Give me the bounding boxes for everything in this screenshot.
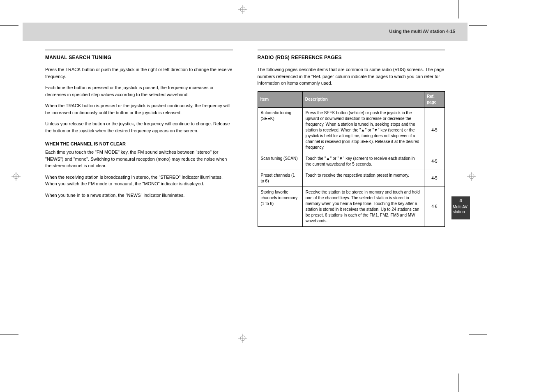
table-cell-page: 4-5 (424, 170, 444, 187)
table-row: Preset channels (1 to 6) Touch to receiv… (258, 170, 445, 187)
table-row: Scan tuning (SCAN) Touch the "▲" or "▼" … (258, 153, 445, 170)
chapter-number: 4 (453, 198, 469, 204)
table-cell-item: Automatic tuning (SEEK) (258, 107, 302, 153)
cropmark (29, 0, 29, 18)
table-header: Ref. page (424, 91, 444, 107)
body-text: Each time you touch the "FM MODE" key, t… (45, 149, 233, 169)
chapter-label: Multi AV station (453, 205, 467, 214)
table-cell-item: Scan tuning (SCAN) (258, 153, 302, 170)
left-column: MANUAL SEARCH TUNING Press the TRACK but… (45, 49, 233, 227)
cropmark (458, 0, 458, 18)
registration-mark-icon (467, 172, 476, 181)
body-text: When the receiving station is broadcasti… (45, 174, 233, 187)
table-row: Automatic tuning (SEEK) Press the SEEK b… (258, 107, 445, 153)
registration-mark-icon (12, 172, 21, 181)
table-cell-page: 4-5 (424, 153, 444, 170)
table-cell-desc: Touch the "▲" or "▼" key (screen) to rec… (302, 153, 424, 170)
section-title: MANUAL SEARCH TUNING (45, 55, 233, 60)
registration-mark-icon (238, 334, 247, 343)
table-header-row: Item Description Ref. page (258, 91, 445, 107)
cropmark (469, 25, 487, 26)
table-cell-item: Storing favorite channels in memory (1 t… (258, 187, 302, 226)
section-title: RADIO (RDS) REFERENCE PAGES (258, 55, 445, 60)
table-cell-desc: Touch to receive the respective station … (302, 170, 424, 187)
body-text: When the TRACK button is pressed or the … (45, 102, 233, 116)
body-text: Unless you release the button or the joy… (45, 120, 233, 134)
body-text: When you tune in to a news station, the … (45, 192, 233, 199)
table-cell-item: Preset channels (1 to 6) (258, 170, 302, 187)
table-header: Item (258, 91, 302, 107)
right-column: RADIO (RDS) REFERENCE PAGES The followin… (258, 49, 445, 227)
table-header: Description (302, 91, 424, 107)
body-text: The following pages describe items that … (258, 66, 445, 87)
running-head: Using the multi AV station 4-15 (23, 23, 467, 34)
section-rule (45, 49, 233, 51)
cropmark (0, 25, 18, 26)
cropmark (458, 374, 458, 392)
subsection-title: WHEN THE CHANNEL IS NOT CLEAR (45, 141, 233, 146)
chapter-tab: 4 Multi AV station (451, 196, 470, 219)
cropmark (0, 334, 18, 334)
body-text: Press the TRACK button or push the joyst… (45, 66, 233, 80)
section-rule (258, 49, 445, 51)
table-cell-desc: Receive the station to be stored in memo… (302, 187, 424, 226)
reference-table: Item Description Ref. page Automatic tun… (258, 91, 445, 227)
table-cell-page: 4-5 (424, 107, 444, 153)
content-columns: MANUAL SEARCH TUNING Press the TRACK but… (45, 49, 445, 227)
cropmark (29, 374, 29, 392)
header-bar: Using the multi AV station 4-15 (23, 23, 467, 41)
table-cell-page: 4-6 (424, 187, 444, 226)
cropmark (469, 334, 487, 334)
table-cell-desc: Press the SEEK button (vehicle) or push … (302, 107, 424, 153)
page: { "header": { "running": "Using the mult… (0, 0, 555, 392)
table-row: Storing favorite channels in memory (1 t… (258, 187, 445, 226)
registration-mark-icon (238, 5, 247, 14)
body-text: Each time the button is pressed or the j… (45, 84, 233, 98)
